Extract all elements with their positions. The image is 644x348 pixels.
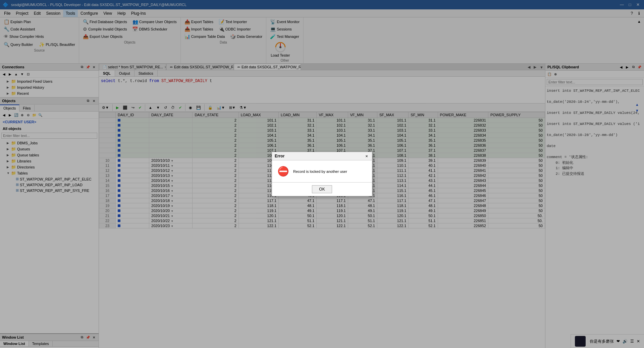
dialog-close-btn[interactable]: ✕: [364, 153, 369, 159]
dialog-message: Record is locked by another user: [293, 169, 347, 173]
error-circle-icon: ⛔: [277, 166, 289, 177]
error-dialog: Error ✕ ⛔ Record is locked by another us…: [272, 152, 372, 196]
dialog-title-text: Error: [275, 154, 284, 158]
dialog-title: Error ✕: [272, 152, 372, 160]
dialog-body: ⛔ Record is locked by another user: [272, 160, 372, 182]
dialog-footer: OK: [272, 182, 372, 196]
modal-overlay: Error ✕ ⛔ Record is locked by another us…: [0, 0, 644, 348]
dialog-ok-button[interactable]: OK: [312, 185, 332, 193]
